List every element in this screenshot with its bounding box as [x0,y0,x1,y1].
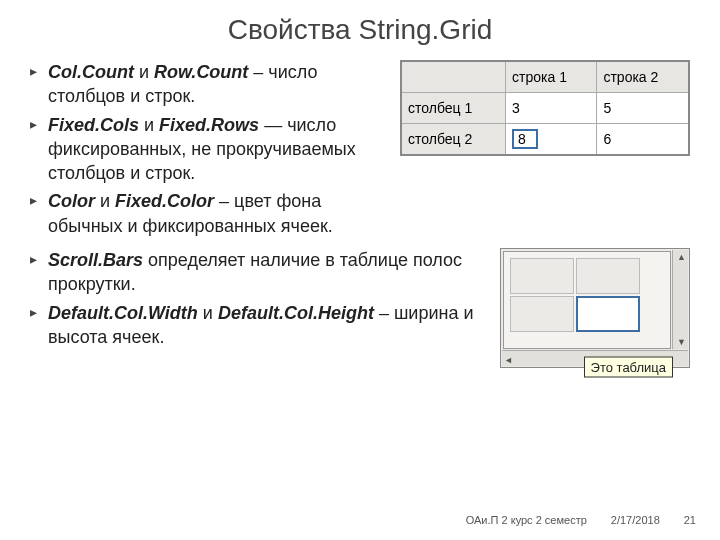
stringgrid-scrollbars-example: ▲ ▼ ◄ ► Это таблица [500,248,690,368]
mini-cell-fixed [510,296,574,332]
grid-cell-selected: 8 [506,124,597,156]
scroll-up-icon: ▲ [677,252,686,262]
mini-cell-selected [576,296,640,332]
scroll-down-icon: ▼ [677,337,686,347]
slide-footer: ОАи.П 2 курс 2 семестр 2/17/2018 21 [24,514,696,526]
scroll-left-icon: ◄ [504,355,513,365]
footer-date: 2/17/2018 [611,514,660,526]
bullet-item: Fixed.Cols и Fixed.Rows — число фиксиров… [30,113,390,186]
bullet-list-2: Scroll.Bars определяет наличие в таблице… [30,248,490,349]
bullet-list-1: Col.Count и Row.Count – число столбцов и… [30,60,390,238]
bullet-item: Default.Col.Width и Default.Col.Height –… [30,301,490,350]
footer-page: 21 [684,514,696,526]
footer-course: ОАи.П 2 курс 2 семестр [466,514,587,526]
mini-cell-fixed [576,258,640,294]
page-title: Свойства String.Grid [0,14,720,46]
vertical-scrollbar [672,250,688,349]
stringgrid-example: строка 1 строка 2 столбец 1 3 5 столбец … [400,60,690,156]
grid-col-header: строка 1 [506,61,597,93]
grid-row-header: столбец 2 [401,124,506,156]
grid-cell: 3 [506,93,597,124]
grid-cell: 5 [597,93,689,124]
bullet-item: Scroll.Bars определяет наличие в таблице… [30,248,490,297]
mini-cell-fixed [510,258,574,294]
bullet-item: Color и Fixed.Color – цвет фона обычных … [30,189,390,238]
bullet-item: Col.Count и Row.Count – число столбцов и… [30,60,390,109]
grid-row-header: столбец 1 [401,93,506,124]
grid-cell: 6 [597,124,689,156]
grid-corner [401,61,506,93]
tooltip: Это таблица [584,357,673,378]
grid-col-header: строка 2 [597,61,689,93]
